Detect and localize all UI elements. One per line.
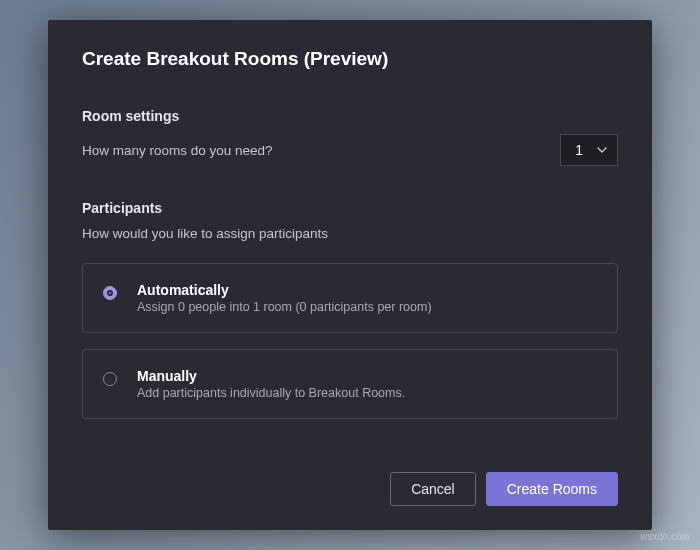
option-title: Automatically — [137, 282, 432, 298]
option-automatically[interactable]: Automatically Assign 0 people into 1 roo… — [82, 263, 618, 333]
option-text: Automatically Assign 0 people into 1 roo… — [137, 282, 432, 314]
room-count-dropdown[interactable]: 1 — [560, 134, 618, 166]
room-count-question: How many rooms do you need? — [82, 143, 273, 158]
room-count-value: 1 — [575, 142, 583, 158]
assignment-options: Automatically Assign 0 people into 1 roo… — [82, 263, 618, 452]
radio-manually[interactable] — [103, 372, 117, 386]
radio-automatically[interactable] — [103, 286, 117, 300]
participants-question: How would you like to assign participant… — [82, 226, 618, 241]
create-breakout-rooms-dialog: Create Breakout Rooms (Preview) Room set… — [48, 20, 652, 530]
watermark-text: wsxdn.com — [640, 531, 690, 542]
option-text: Manually Add participants individually t… — [137, 368, 405, 400]
button-label: Create Rooms — [507, 481, 597, 497]
option-description: Add participants individually to Breakou… — [137, 386, 405, 400]
room-settings-heading: Room settings — [82, 108, 618, 124]
create-rooms-button[interactable]: Create Rooms — [486, 472, 618, 506]
dialog-footer: Cancel Create Rooms — [82, 472, 618, 506]
option-manually[interactable]: Manually Add participants individually t… — [82, 349, 618, 419]
option-description: Assign 0 people into 1 room (0 participa… — [137, 300, 432, 314]
option-title: Manually — [137, 368, 405, 384]
cancel-button[interactable]: Cancel — [390, 472, 476, 506]
chevron-down-icon — [597, 145, 607, 155]
participants-heading: Participants — [82, 200, 618, 216]
dialog-title: Create Breakout Rooms (Preview) — [82, 48, 618, 70]
room-count-row: How many rooms do you need? 1 — [82, 134, 618, 166]
button-label: Cancel — [411, 481, 455, 497]
